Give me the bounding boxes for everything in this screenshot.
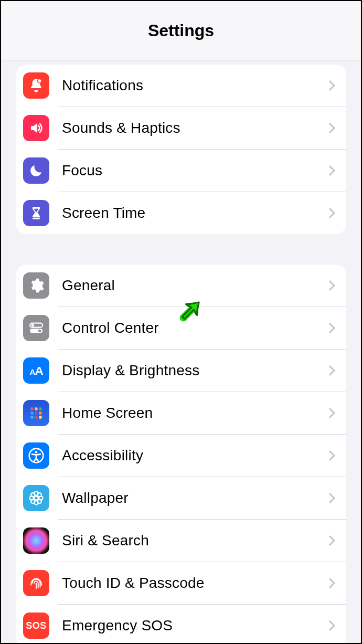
chevron-right-icon [325, 323, 335, 333]
svg-rect-14 [35, 416, 37, 418]
accessibility-icon [23, 442, 49, 469]
settings-row-wallpaper[interactable]: Wallpaper [16, 477, 346, 519]
settings-row-control-center[interactable]: Control Center [16, 307, 346, 349]
svg-rect-15 [39, 416, 41, 418]
row-label: Touch ID & Passcode [62, 575, 326, 592]
chevron-right-icon [325, 365, 335, 376]
row-label: Accessibility [62, 447, 326, 464]
svg-point-25 [31, 500, 35, 504]
moon-icon [23, 157, 49, 184]
svg-point-2 [31, 324, 34, 326]
flower-icon [23, 485, 49, 511]
svg-rect-13 [30, 416, 33, 418]
chevron-right-icon [325, 620, 335, 631]
header: Settings [1, 1, 361, 60]
row-label: Sounds & Haptics [62, 120, 326, 136]
settings-row-general[interactable]: General [16, 265, 346, 307]
chevron-right-icon [325, 578, 335, 588]
page-title: Settings [148, 21, 214, 40]
row-label: Emergency SOS [62, 617, 326, 634]
siri-icon [23, 527, 49, 554]
chevron-right-icon [325, 208, 335, 218]
settings-row-sos[interactable]: SOS Emergency SOS [16, 605, 346, 644]
fingerprint-icon [23, 570, 49, 596]
settings-row-focus[interactable]: Focus [16, 150, 346, 192]
settings-row-notifications[interactable]: Notifications [16, 65, 346, 107]
hourglass-icon [23, 200, 49, 226]
chevron-right-icon [325, 123, 335, 133]
svg-rect-9 [39, 407, 41, 410]
text-size-icon: AA [23, 357, 49, 384]
row-label: Siri & Search [62, 532, 326, 549]
svg-point-26 [38, 500, 42, 504]
settings-row-screentime[interactable]: Screen Time [16, 192, 346, 234]
svg-point-17 [35, 451, 38, 453]
chevron-right-icon [325, 80, 335, 91]
settings-group: Notifications Sounds & Haptics Focus Scr… [16, 65, 346, 234]
row-label: Home Screen [62, 405, 326, 421]
settings-row-touchid[interactable]: Touch ID & Passcode [16, 562, 346, 604]
row-label: Focus [62, 162, 326, 179]
row-label: Notifications [62, 77, 326, 94]
chevron-right-icon [325, 165, 335, 176]
row-label: Control Center [62, 320, 326, 336]
chevron-right-icon [325, 535, 335, 546]
settings-row-display[interactable]: AA Display & Brightness [16, 350, 346, 392]
row-label: Screen Time [62, 205, 326, 221]
svg-rect-10 [30, 411, 33, 414]
toggles-icon [23, 315, 49, 341]
row-label: General [62, 277, 326, 294]
chevron-right-icon [325, 280, 335, 291]
svg-rect-11 [35, 411, 37, 414]
speaker-icon [23, 115, 49, 141]
svg-point-23 [31, 493, 35, 497]
settings-row-accessibility[interactable]: Accessibility [16, 435, 346, 477]
settings-list: Notifications Sounds & Haptics Focus Scr… [1, 65, 361, 644]
svg-point-24 [38, 493, 42, 497]
row-label: Display & Brightness [62, 362, 326, 379]
row-label: Wallpaper [62, 490, 326, 506]
svg-rect-7 [30, 407, 33, 410]
svg-rect-8 [35, 407, 37, 410]
settings-row-sounds[interactable]: Sounds & Haptics [16, 107, 346, 149]
svg-text:A: A [35, 364, 44, 377]
chevron-right-icon [325, 493, 335, 503]
settings-row-siri[interactable]: Siri & Search [16, 520, 346, 562]
svg-point-4 [38, 330, 41, 332]
svg-point-18 [34, 496, 38, 500]
apps-grid-icon [23, 400, 49, 426]
svg-point-0 [38, 79, 42, 83]
gear-icon [23, 272, 49, 299]
sos-icon: SOS [23, 613, 49, 639]
settings-group: General Control Center AA Display & Brig… [16, 265, 346, 644]
chevron-right-icon [325, 408, 335, 418]
chevron-right-icon [325, 450, 335, 461]
svg-rect-12 [39, 411, 41, 414]
settings-row-homescreen[interactable]: Home Screen [16, 392, 346, 434]
bell-icon [23, 72, 49, 99]
